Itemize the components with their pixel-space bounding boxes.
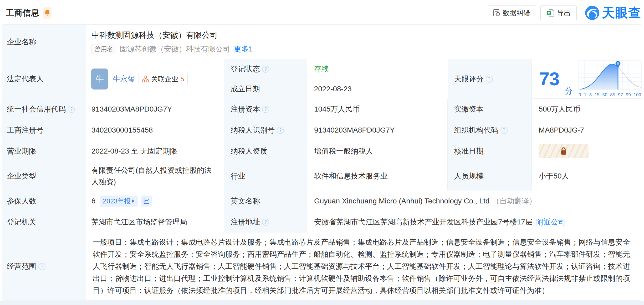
related-companies-label: 关联企业: [151, 75, 178, 84]
row-insured-count: 参保人数 6 2023年报 英文名称 Guyuan Xinchuang Micr…: [2, 191, 642, 212]
help-icon[interactable]: ?: [500, 127, 508, 134]
auto-translate-note: （自动翻译）: [492, 196, 536, 206]
company-name-label: 企业名称: [2, 25, 86, 59]
credit-code-value: 91340203MA8PD0JG7Y: [86, 99, 224, 120]
reg-status-label: 登记状态: [231, 64, 260, 74]
english-name-label: 英文名称: [224, 191, 307, 212]
business-scope-label: 经营范围: [7, 261, 36, 271]
excel-icon: X: [546, 9, 554, 17]
tianyancha-logo-icon: [585, 5, 600, 20]
registered-address-value: 安徽省芜湖市弋江区芜湖高新技术产业开发区科技产业园7号楼17层: [314, 217, 533, 227]
score-distribution-chart: 0131550859799100: [578, 60, 642, 98]
insured-count-value: 6: [91, 197, 96, 205]
score-unit: 分: [565, 86, 573, 97]
help-icon[interactable]: ?: [262, 106, 269, 113]
registered-capital-value: 1045万人民币: [307, 99, 448, 120]
company-type-label: 企业类型: [2, 162, 86, 191]
caret-right-icon: [132, 199, 135, 203]
authority-label: 登记机关: [2, 212, 86, 233]
insured-trend-chart-button[interactable]: [141, 196, 152, 207]
row-company-type: 企业类型 有限责任公司(自然人投资或控股的法人独资) 行业 软件和信息技术服务业…: [2, 162, 642, 191]
chart-line-icon: [143, 198, 150, 204]
business-term-value: 2022-08-23 至 无固定期限: [86, 141, 224, 162]
row-company-name: 企业名称 中科数测固源科技（安徽）有限公司 曾用名 固源芯创微（安徽）科技有限公…: [2, 25, 642, 59]
reg-number-label: 工商注册号: [2, 120, 86, 141]
lock-icon: [560, 147, 567, 155]
reg-number-value: 340203000155458: [86, 120, 224, 141]
staff-size-value: 小于50人: [532, 162, 642, 191]
industry-label: 行业: [224, 162, 307, 191]
business-scope-text: 一般项目：集成电路设计；集成电路芯片设计及服务；集成电路芯片及产品销售；集成电路…: [93, 236, 642, 297]
annual-report-link[interactable]: 2023年报: [100, 196, 138, 207]
more-former-names-link[interactable]: 更多1: [234, 44, 253, 54]
paid-capital-label: 实缴资本: [448, 99, 532, 120]
insured-count-label: 参保人数: [2, 191, 86, 212]
bell-icon: [44, 9, 50, 16]
reg-status-value: 存续: [307, 59, 448, 79]
legal-rep-name-link[interactable]: 牛永玺: [113, 74, 135, 84]
row-registration-authority: 登记机关 芜湖市弋江区市场监督管理局 注册地址? 安徽省芜湖市弋江区芜湖高新技术…: [2, 212, 642, 233]
export-button[interactable]: X 导出: [540, 6, 577, 20]
legal-rep-label: 法定代表人: [2, 59, 86, 99]
business-term-label: 营业期限: [2, 141, 86, 162]
data-correction-button[interactable]: 数据纠错: [487, 6, 536, 20]
row-credit-code: 统一社会信用代码? 91340203MA8PD0JG7Y 注册资本? 1045万…: [2, 99, 642, 120]
registered-capital-label: 注册资本: [231, 104, 260, 114]
row-business-term: 营业期限 2022-08-23 至 无固定期限 纳税人资质 增值税一般纳税人 核…: [2, 141, 642, 162]
authority-value: 芜湖市弋江区市场监督管理局: [86, 212, 224, 233]
tianyan-score-label: 天眼评分: [454, 74, 484, 84]
taxpayer-quality-value: 增值税一般纳税人: [307, 141, 448, 162]
org-code-label: 组织机构代码: [454, 125, 498, 135]
row-business-scope: 经营范围? 一般项目：集成电路设计；集成电路芯片设计及服务；集成电路芯片及产品销…: [2, 233, 642, 300]
export-label: 导出: [557, 8, 571, 18]
tianyan-score-cell[interactable]: 73 分: [532, 59, 642, 99]
credit-code-label: 统一社会信用代码: [7, 104, 66, 114]
taxpayer-id-value: 91340203MA8PD0JG7Y: [307, 120, 448, 141]
help-icon[interactable]: ?: [486, 76, 493, 83]
establish-date-label: 成立日期: [224, 79, 307, 99]
legal-rep-avatar[interactable]: 牛: [91, 69, 108, 90]
data-correction-label: 数据纠错: [503, 8, 530, 18]
svg-text:X: X: [548, 11, 550, 15]
section-header: 工商信息 数据纠错 X 导出: [0, 1, 644, 24]
score-value: 73: [539, 70, 560, 88]
taxpayer-id-label: 纳税人识别号: [231, 125, 275, 135]
related-companies-tag[interactable]: 关联企业 5: [139, 73, 187, 85]
paid-capital-value: 500万人民币: [532, 99, 642, 120]
company-name-value: 中科数测固源科技（安徽）有限公司: [91, 30, 253, 41]
nearby-companies-link[interactable]: 附近公司: [536, 217, 566, 227]
org-chart-icon: [142, 76, 149, 82]
taxpayer-quality-label: 纳税人资质: [224, 141, 307, 162]
english-name-value: Guyuan Xinchuang Micro (Anhui) Technolog…: [314, 197, 489, 205]
related-companies-count: 5: [180, 75, 184, 83]
page-title: 工商信息: [6, 7, 39, 18]
tianyancha-logo[interactable]: 天眼查: [585, 4, 641, 21]
help-icon[interactable]: ?: [262, 66, 269, 73]
registered-address-label: 注册地址: [231, 217, 260, 227]
former-name-tag: 曾用名: [91, 44, 116, 54]
help-icon[interactable]: ?: [277, 127, 284, 134]
score-axis-ticks: 0131550859799100: [578, 92, 642, 98]
tianyancha-logo-text: 天眼查: [602, 4, 641, 21]
staff-size-label: 人员规模: [448, 162, 532, 191]
help-icon[interactable]: ?: [38, 263, 45, 270]
previous-section-edge: [0, 0, 644, 1]
next-section-edge: [0, 301, 644, 305]
industry-value: 软件和信息技术服务业: [307, 162, 448, 191]
approval-date-label: 核准日期: [448, 141, 532, 162]
help-icon[interactable]: ?: [262, 219, 269, 226]
business-info-table: 企业名称 中科数测固源科技（安徽）有限公司 曾用名 固源芯创微（安徽）科技有限公…: [2, 24, 642, 301]
locked-value-placeholder[interactable]: [539, 144, 589, 158]
notification-bell-button[interactable]: [43, 7, 52, 19]
row-legal-representative: 法定代表人 牛 牛永玺 关联企业 5 登记状态 ?: [2, 59, 642, 99]
org-code-value: MA8PD0JG-7: [532, 120, 642, 141]
establish-date-value: 2022-08-23: [307, 79, 448, 99]
former-name-value: 固源芯创微（安徽）科技有限公司: [120, 44, 230, 54]
data-correction-icon: [493, 9, 500, 17]
score-curve: [578, 60, 642, 91]
row-registration-number: 工商注册号 340203000155458 纳税人识别号? 91340203MA…: [2, 120, 642, 141]
company-type-value: 有限责任公司(自然人投资或控股的法人独资): [86, 162, 224, 191]
help-icon[interactable]: ?: [68, 106, 75, 113]
